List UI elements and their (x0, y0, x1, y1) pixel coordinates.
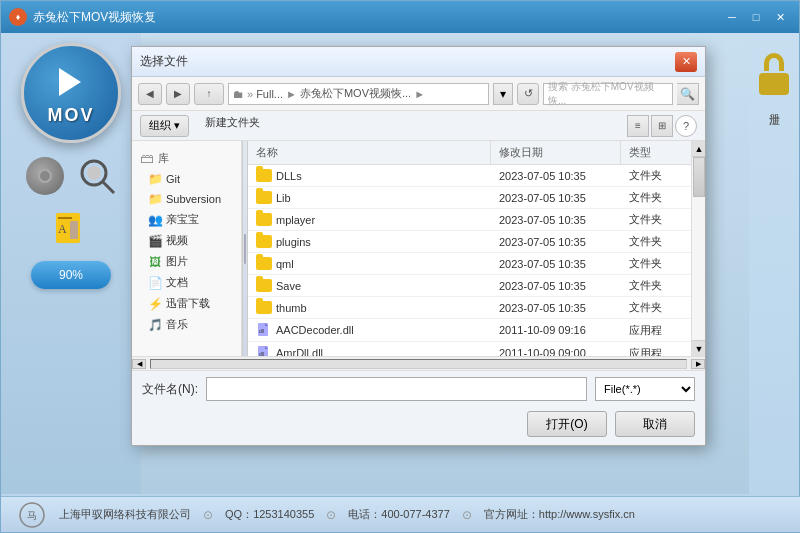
scroll-track (692, 157, 705, 340)
svg-line-2 (103, 182, 114, 193)
filename-row: 文件名(N): File(*.*) (132, 371, 705, 407)
phone-value: 400-077-4377 (381, 508, 450, 520)
nav-item-subversion[interactable]: 📁 Subversion (132, 189, 241, 209)
table-row[interactable]: plugins2023-07-05 10:35文件夹 (248, 231, 691, 253)
file-type-cell: 文件夹 (621, 231, 691, 252)
phone-info: 电话：400-077-4377 (348, 507, 450, 522)
file-modified-cell: 2023-07-05 10:35 (491, 165, 621, 186)
nav-item-video[interactable]: 🎬 视频 (132, 230, 241, 251)
file-modified-cell: 2023-07-05 10:35 (491, 275, 621, 296)
svg-rect-4 (58, 217, 72, 219)
qq-value: 1253140355 (253, 508, 314, 520)
organize-button[interactable]: 组织 ▾ (140, 115, 189, 137)
folder-icon (256, 213, 272, 226)
status-bar: 马 上海甲驭网络科技有限公司 ⊙ QQ：1253140355 ⊙ 电话：400-… (1, 496, 800, 532)
svg-rect-6 (70, 221, 78, 239)
file-name-text: plugins (276, 236, 311, 248)
refresh-button[interactable]: ↺ (517, 83, 539, 105)
dialog-close-button[interactable]: ✕ (675, 52, 697, 72)
col-type[interactable]: 类型 (621, 141, 691, 164)
play-icon (59, 68, 81, 96)
scroll-down-button[interactable]: ▼ (692, 340, 705, 356)
file-type-cell: 文件夹 (621, 209, 691, 230)
file-name-cell: thumb (248, 297, 491, 318)
table-row[interactable]: DLLs2023-07-05 10:35文件夹 (248, 165, 691, 187)
website-value: http://www.sysfix.cn (539, 508, 635, 520)
forward-button[interactable]: ▶ (166, 83, 190, 105)
file-name-text: mplayer (276, 214, 315, 226)
svg-text:dll: dll (259, 328, 264, 334)
git-icon: 📁 (148, 172, 162, 186)
path-arrow-2: ► (286, 88, 297, 100)
nav-item-picture[interactable]: 🖼 图片 (132, 251, 241, 272)
scroll-thumb[interactable] (693, 157, 705, 197)
disk-icon-1 (22, 153, 68, 199)
icon-row-1 (22, 153, 120, 199)
filename-input[interactable] (206, 377, 587, 401)
filetype-select[interactable]: File(*.*) (595, 377, 695, 401)
up-button[interactable]: ↑ (194, 83, 224, 105)
file-name-cell: plugins (248, 231, 491, 252)
view-list-button[interactable]: ≡ (627, 115, 649, 137)
nav-library-header[interactable]: 🗃 库 (132, 147, 241, 169)
view-grid-button[interactable]: ⊞ (651, 115, 673, 137)
svn-icon: 📁 (148, 192, 162, 206)
table-row[interactable]: thumb2023-07-05 10:35文件夹 (248, 297, 691, 319)
table-row[interactable]: Lib2023-07-05 10:35文件夹 (248, 187, 691, 209)
company-logo: 马 (17, 501, 47, 529)
col-name[interactable]: 名称 (248, 141, 491, 164)
progress-label: 90% (59, 268, 83, 282)
open-button[interactable]: 打开(O) (527, 411, 607, 437)
file-name-cell: mplayer (248, 209, 491, 230)
nav-item-git[interactable]: 📁 Git (132, 169, 241, 189)
scroll-right-button[interactable]: ▶ (691, 359, 705, 369)
search-button[interactable]: 🔍 (677, 83, 699, 105)
nav-item-qinbaobao[interactable]: 👥 亲宝宝 (132, 209, 241, 230)
title-bar: ♦ 赤兔松下MOV视频恢复 ─ □ ✕ (1, 1, 799, 33)
table-row[interactable]: Save2023-07-05 10:35文件夹 (248, 275, 691, 297)
vertical-scrollbar[interactable]: ▲ ▼ (691, 141, 705, 356)
back-button[interactable]: ◀ (138, 83, 162, 105)
col-modified[interactable]: 修改日期 (491, 141, 621, 164)
nav-item-music[interactable]: 🎵 音乐 (132, 314, 241, 335)
file-name-cell: dllAmrDll.dll (248, 342, 491, 356)
sep-1: ⊙ (203, 508, 213, 522)
left-panel: MOV A (1, 33, 141, 494)
thunder-icon: ⚡ (148, 297, 162, 311)
phone-label: 电话： (348, 508, 381, 520)
close-button[interactable]: ✕ (769, 8, 791, 26)
table-row[interactable]: mplayer2023-07-05 10:35文件夹 (248, 209, 691, 231)
nav-svn-label: Subversion (166, 193, 221, 205)
minimize-button[interactable]: ─ (721, 8, 743, 26)
lock-body (759, 73, 789, 95)
path-dropdown-button[interactable]: ▾ (493, 83, 513, 105)
scroll-up-button[interactable]: ▲ (692, 141, 705, 157)
left-icons: A (1, 153, 141, 253)
cancel-button[interactable]: 取消 (615, 411, 695, 437)
nav-item-thunder[interactable]: ⚡ 迅雷下载 (132, 293, 241, 314)
file-name-text: qml (276, 258, 294, 270)
file-modified-cell: 2011-10-09 09:00 (491, 342, 621, 356)
table-row[interactable]: qml2023-07-05 10:35文件夹 (248, 253, 691, 275)
window-controls: ─ □ ✕ (721, 8, 791, 26)
dialog-buttons: 打开(O) 取消 (132, 407, 705, 445)
file-name-text: Lib (276, 192, 291, 204)
maximize-button[interactable]: □ (745, 8, 767, 26)
folder-icon (256, 257, 272, 270)
table-row[interactable]: dllAmrDll.dll2011-10-09 09:00应用程 (248, 342, 691, 356)
horizontal-scrollbar[interactable]: ◀ ▶ (132, 357, 705, 371)
file-name-text: Save (276, 280, 301, 292)
nav-qinbaobao-label: 亲宝宝 (166, 212, 199, 227)
new-folder-button[interactable]: 新建文件夹 (197, 115, 268, 137)
file-list-header: 名称 修改日期 类型 (248, 141, 691, 165)
scroll-left-button[interactable]: ◀ (132, 359, 146, 369)
app-title: 赤兔松下MOV视频恢复 (33, 9, 721, 26)
progress-button[interactable]: 90% (31, 261, 111, 289)
file-name-text: AACDecoder.dll (276, 324, 354, 336)
nav-item-document[interactable]: 📄 文档 (132, 272, 241, 293)
table-row[interactable]: dllAACDecoder.dll2011-10-09 09:16应用程 (248, 319, 691, 342)
nav-library-label: 库 (158, 151, 169, 166)
file-icon: dll (256, 322, 272, 338)
file-type-cell: 文件夹 (621, 297, 691, 318)
help-button[interactable]: ? (675, 115, 697, 137)
